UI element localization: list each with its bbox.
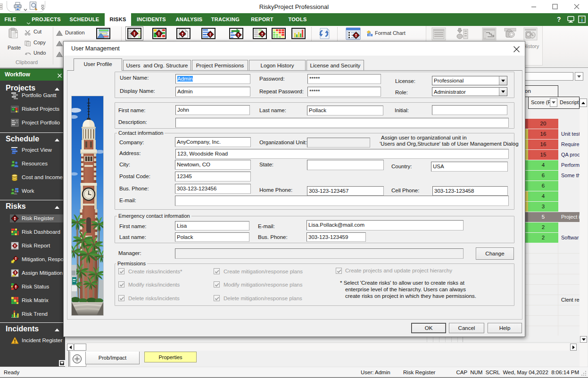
role-combo[interactable]: Administrator <box>432 87 507 96</box>
row-edge-cell[interactable] <box>525 212 528 222</box>
row-edge-cell[interactable] <box>525 202 528 212</box>
sidebar-item-risk-status[interactable]: Risk Status <box>22 284 49 289</box>
country-input[interactable]: USA <box>431 162 508 172</box>
cell-phone-input[interactable]: 303-123-123458 <box>432 186 508 196</box>
score-cell[interactable]: 4 <box>528 160 558 170</box>
menu-incidents[interactable]: INCIDENTS <box>134 13 169 26</box>
tab-project-permissions[interactable]: Project Permissions <box>192 60 248 71</box>
row-edge-cell[interactable] <box>525 140 528 149</box>
close-button[interactable] <box>570 0 584 13</box>
help-button[interactable]: Help <box>488 323 522 333</box>
row-edge-cell[interactable] <box>525 160 528 170</box>
city-input[interactable]: Newtown, CO <box>175 160 251 170</box>
tab-users-org-structure[interactable]: Users and Org. Structure <box>123 60 191 71</box>
score-cell[interactable]: 3 <box>528 202 558 212</box>
score-cell[interactable]: 16 <box>528 140 558 149</box>
em-last-name-input[interactable]: Polack <box>175 232 249 242</box>
dialog-close-icon[interactable] <box>512 45 521 53</box>
project-view-icon[interactable] <box>11 146 19 154</box>
sidebar-item-resources[interactable]: Resources <box>22 161 48 166</box>
menu-projects[interactable]: PROJECTS <box>31 13 61 26</box>
state-input[interactable] <box>307 160 384 170</box>
vertical-scrollbar-track[interactable] <box>580 107 587 374</box>
score-cell[interactable]: 15 <box>528 150 558 160</box>
format-chart-icon[interactable] <box>366 30 373 38</box>
sidebar-item-risk-dashboard[interactable]: Risk Dashboard <box>22 229 60 235</box>
scroll-left-button[interactable] <box>67 344 74 351</box>
score-cell[interactable]: 6 <box>528 171 558 181</box>
add-view-button[interactable] <box>73 354 82 363</box>
info-icon[interactable] <box>578 16 586 25</box>
sidebar-item-risk-register[interactable]: Risk Register <box>22 215 54 221</box>
cost-icon[interactable] <box>56 40 63 48</box>
sidebar-item-assign-mitigation[interactable]: Assign Mitigation <box>22 270 63 276</box>
combo-drop-button[interactable] <box>499 76 507 85</box>
scroll-right-button[interactable] <box>570 344 577 351</box>
risk-report-button[interactable] <box>176 28 190 39</box>
menu-schedule[interactable]: SCHEDULE <box>67 13 102 26</box>
workflow-close-icon[interactable] <box>57 72 62 80</box>
undo-icon[interactable] <box>25 50 32 59</box>
risk-matrix-icon[interactable] <box>11 296 19 304</box>
score-cell[interactable]: 6 <box>528 181 558 191</box>
print-dropdown-caret-icon[interactable] <box>24 5 27 8</box>
description-cell[interactable]: QA proc <box>558 150 580 160</box>
score-filter-button[interactable] <box>550 98 557 107</box>
refresh-button[interactable] <box>318 27 331 40</box>
sidebar-item-work[interactable]: Work <box>22 188 34 194</box>
sidebar-item-risk-matrix[interactable]: Risk Matrix <box>22 297 49 303</box>
row-edge-cell[interactable] <box>525 129 528 139</box>
risk-trend-icon[interactable] <box>11 310 19 318</box>
postal-code-input[interactable]: 12345 <box>175 172 251 181</box>
sidebar-section-incidents[interactable]: Incidents <box>6 325 39 333</box>
row-edge-cell[interactable] <box>525 150 528 160</box>
description-input[interactable] <box>175 118 509 128</box>
paste-icon[interactable] <box>8 28 20 39</box>
sidebar-collapse-box[interactable] <box>59 360 65 366</box>
tornado-chart-button[interactable] <box>96 28 110 39</box>
row-edge-cell[interactable] <box>525 222 528 232</box>
menu-file[interactable]: FILE <box>0 13 21 26</box>
risk-trend-button[interactable] <box>291 28 306 39</box>
h-scrollbar-track[interactable] <box>87 344 570 351</box>
description-cell[interactable]: Unit test <box>558 129 580 139</box>
filter-dropdown-button[interactable] <box>575 72 583 81</box>
print-button[interactable] <box>14 2 22 11</box>
assign-mitigation-button[interactable] <box>229 28 243 39</box>
sidebar-item-risk-trend[interactable]: Risk Trend <box>22 311 48 317</box>
tab-logon-history[interactable]: Logon History <box>249 60 306 71</box>
sidebar-item-cost-income[interactable]: Cost and Income <box>22 174 63 180</box>
em-first-name-input[interactable]: Lisa <box>175 221 249 230</box>
row-edge-cell[interactable] <box>525 119 528 129</box>
sidebar-item-risk-report[interactable]: Risk Report <box>22 243 50 248</box>
sidebar-item-portfolio-gantt[interactable]: Portfolio Gantt <box>22 92 57 98</box>
row-edge-cell[interactable] <box>525 181 528 191</box>
remote-support-icon[interactable] <box>567 16 575 25</box>
h-scrollbar-thumb[interactable] <box>74 344 86 351</box>
em-email-input[interactable]: Lisa.Pollack@mail.com <box>306 220 464 230</box>
resize-grip-icon[interactable] <box>581 370 587 377</box>
repeat-password-input[interactable]: ***** <box>307 87 381 97</box>
sidebar-item-risked-projects[interactable]: Risked Projects <box>22 106 59 112</box>
scroll-up-button[interactable] <box>580 99 587 107</box>
menu-analysis[interactable]: ANALYSIS <box>174 13 205 26</box>
change-button[interactable]: Change <box>476 247 514 260</box>
menu-tracking[interactable]: TRACKING <box>209 13 241 26</box>
description-cell[interactable]: Require <box>558 140 580 149</box>
home-phone-input[interactable]: 303-123-123457 <box>307 186 384 196</box>
collapse-arrow-icon[interactable] <box>55 139 59 141</box>
help-icon[interactable]: ? <box>557 16 561 23</box>
combo-drop-button[interactable] <box>499 88 507 96</box>
menu-report[interactable]: REPORT <box>248 13 276 26</box>
risk-register-button[interactable] <box>127 28 141 39</box>
sidebar-section-schedule[interactable]: Schedule <box>6 135 39 143</box>
risk-review-button[interactable] <box>253 28 267 39</box>
cancel-button[interactable]: Cancel <box>449 323 484 333</box>
em-bus-phone-input[interactable]: 303-123-123459 <box>306 232 366 242</box>
sidebar-item-project-portfolio[interactable]: Project Portfolio <box>22 120 60 125</box>
license-combo[interactable]: Professional <box>432 76 507 85</box>
minimize-button[interactable] <box>527 0 541 13</box>
score-cell[interactable]: 2 <box>528 233 558 243</box>
sidebar-section-projects[interactable]: Projects <box>6 84 35 92</box>
collapse-arrow-icon[interactable] <box>55 206 59 209</box>
